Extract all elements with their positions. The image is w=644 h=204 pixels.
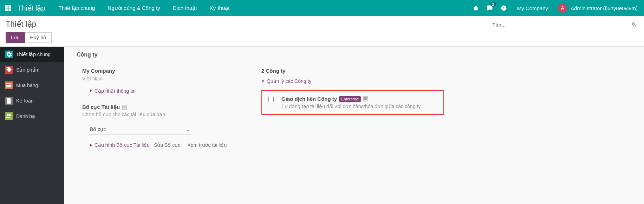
svg-rect-27 [365, 99, 366, 100]
app-brand[interactable]: Thiết lập [16, 4, 52, 12]
sidebar-item-label: Mua hàng [16, 83, 38, 88]
page-title: Thiết lập [6, 20, 52, 29]
enterprise-badge: Enterprise [339, 96, 361, 102]
navbar-left: Thiết lập Thiết lập chung Người dùng & C… [0, 0, 236, 16]
nav-users-companies[interactable]: Người dùng & Công ty [101, 0, 166, 16]
company-switcher[interactable]: My Company [511, 0, 554, 16]
intercompany-feature-box: Giao dịch liên Công ty Enterprise Tự độn… [261, 90, 444, 115]
doc-layout-title: Bố cục Tài liệu [82, 104, 240, 110]
svg-rect-15 [125, 106, 126, 107]
svg-rect-24 [365, 98, 366, 99]
sidebar-item-label: Sản phẩm [16, 67, 39, 73]
layout-links: Cấu hình Bố cục Tài liệu Sửa Bố cục Xem … [82, 142, 240, 148]
svg-rect-8 [5, 112, 13, 120]
svg-rect-11 [124, 105, 125, 106]
svg-rect-23 [364, 98, 365, 99]
svg-rect-21 [365, 97, 366, 98]
svg-rect-1 [8, 5, 11, 8]
svg-rect-20 [364, 97, 365, 98]
search-icon[interactable] [630, 20, 638, 31]
nav-general-settings[interactable]: Thiết lập chung [52, 0, 101, 16]
intercompany-checkbox[interactable] [268, 97, 274, 102]
activities-icon[interactable] [497, 0, 511, 16]
sidebar-item-general[interactable]: Thiết lập chung [0, 47, 64, 62]
manage-companies-link[interactable]: Quản lý các Công ty [261, 78, 311, 84]
svg-rect-0 [5, 5, 8, 8]
settings-row: My Company Việt Nam Cập nhật thông tin B… [77, 63, 644, 153]
preview-doc-link[interactable]: Xem trước tài liệu [187, 142, 227, 148]
svg-rect-14 [124, 106, 125, 107]
sidebar-item-products[interactable]: Sản phẩm [0, 62, 64, 78]
svg-rect-26 [364, 99, 365, 100]
svg-rect-12 [125, 105, 126, 106]
save-button[interactable]: Lưu [6, 32, 25, 43]
doc-layout-desc: Chọn bố cục cho các tài liệu của bạn [82, 112, 240, 117]
main-layout: Thiết lập chung Sản phẩm Mua hàng Kế toá… [0, 47, 644, 204]
companies-count: 2 Công ty [261, 68, 433, 74]
debug-icon[interactable] [469, 0, 483, 16]
cp-left: Thiết lập Lưu Huỷ bỏ [6, 20, 52, 43]
user-name: Administrator (fj6nyue0vi9m) [571, 5, 638, 11]
search-container [491, 20, 638, 43]
cancel-button[interactable]: Huỷ bỏ [25, 32, 52, 43]
building-icon [363, 96, 368, 101]
update-info-link[interactable]: Cập nhật thông tin [89, 88, 136, 94]
section-header-company: Công ty [77, 47, 644, 63]
user-menu[interactable]: A Administrator (fj6nyue0vi9m) [554, 0, 644, 16]
svg-rect-25 [366, 98, 367, 99]
building-icon [122, 105, 127, 110]
intercompany-desc: Tự động tạo tài liệu đối với đơn hàng/hó… [281, 104, 421, 109]
document-icon [5, 97, 13, 105]
layout-select-container: Bố cục [89, 124, 191, 134]
settings-sidebar: Thiết lập chung Sản phẩm Mua hàng Kế toá… [0, 47, 64, 204]
tag-icon [5, 66, 13, 74]
sidebar-item-label: Kế toán [16, 98, 33, 104]
company-location: Việt Nam [82, 76, 240, 81]
svg-rect-10 [123, 105, 124, 106]
wallet-icon [5, 81, 13, 89]
search-input[interactable] [491, 20, 630, 30]
company-info-block: My Company Việt Nam Cập nhật thông tin B… [77, 63, 245, 153]
action-buttons: Lưu Huỷ bỏ [6, 32, 52, 43]
intercompany-text: Giao dịch liên Công ty Enterprise Tự độn… [281, 96, 421, 109]
control-panel: Thiết lập Lưu Huỷ bỏ [0, 16, 644, 47]
svg-rect-16 [123, 107, 124, 108]
apps-menu-icon[interactable] [0, 5, 16, 11]
svg-rect-28 [366, 99, 367, 100]
nav-translations[interactable]: Dịch thuật [166, 0, 203, 16]
layout-select[interactable]: Bố cục [89, 124, 191, 134]
settings-content: Công ty My Company Việt Nam Cập nhật thô… [64, 47, 644, 204]
config-layout-link[interactable]: Cấu hình Bố cục Tài liệu [89, 142, 150, 148]
gear-icon [5, 51, 13, 58]
edit-layout-link[interactable]: Sửa Bố cục [154, 142, 180, 148]
avatar: A [558, 4, 567, 13]
sidebar-item-contacts[interactable]: Danh bạ [0, 108, 64, 124]
sidebar-item-purchase[interactable]: Mua hàng [0, 78, 64, 93]
intercompany-title: Giao dịch liên Công ty Enterprise [281, 96, 421, 102]
checkbox-col [268, 96, 274, 109]
message-badge: 2 [490, 2, 496, 7]
sidebar-item-accounting[interactable]: Kế toán [0, 93, 64, 108]
sidebar-item-label: Thiết lập chung [16, 52, 51, 57]
svg-rect-3 [8, 8, 11, 11]
svg-rect-17 [124, 107, 125, 108]
sidebar-item-label: Danh bạ [16, 113, 35, 119]
company-name: My Company [82, 68, 240, 74]
users-icon [5, 112, 13, 120]
navbar-right: 2 My Company A Administrator (fj6nyue0vi… [469, 0, 644, 16]
svg-rect-13 [123, 106, 124, 107]
messaging-icon[interactable]: 2 [483, 0, 497, 16]
svg-rect-22 [366, 97, 367, 98]
companies-block: 2 Công ty Quản lý các Công ty Giao dịch … [256, 63, 438, 153]
top-navbar: Thiết lập Thiết lập chung Người dùng & C… [0, 0, 644, 16]
svg-rect-18 [125, 107, 126, 108]
svg-rect-2 [5, 8, 8, 11]
nav-technical[interactable]: Kỹ thuật [203, 0, 236, 16]
